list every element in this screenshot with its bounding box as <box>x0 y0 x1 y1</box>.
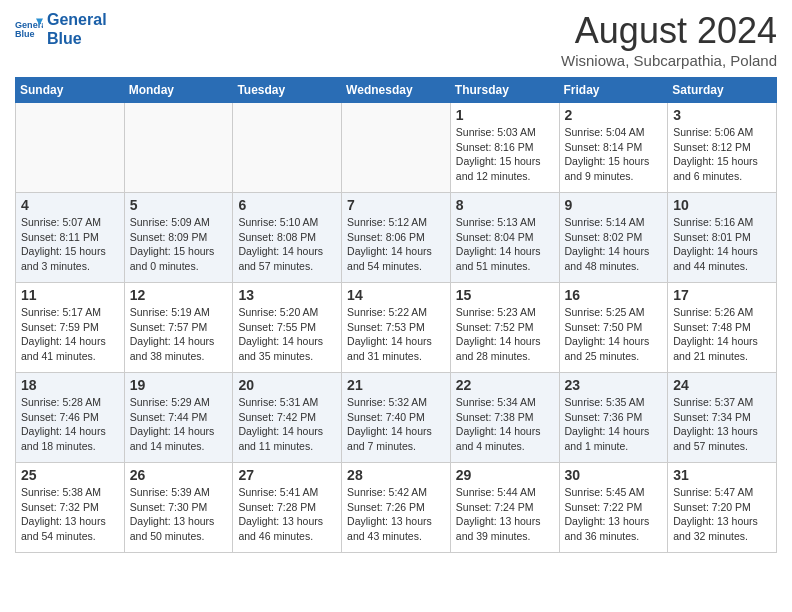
day-number: 7 <box>347 197 445 213</box>
calendar-cell: 3Sunrise: 5:06 AM Sunset: 8:12 PM Daylig… <box>668 103 777 193</box>
day-info: Sunrise: 5:07 AM Sunset: 8:11 PM Dayligh… <box>21 216 106 272</box>
calendar-cell: 25Sunrise: 5:38 AM Sunset: 7:32 PM Dayli… <box>16 463 125 553</box>
day-number: 28 <box>347 467 445 483</box>
day-number: 19 <box>130 377 228 393</box>
day-info: Sunrise: 5:17 AM Sunset: 7:59 PM Dayligh… <box>21 306 106 362</box>
day-info: Sunrise: 5:10 AM Sunset: 8:08 PM Dayligh… <box>238 216 323 272</box>
day-info: Sunrise: 5:12 AM Sunset: 8:06 PM Dayligh… <box>347 216 432 272</box>
day-number: 13 <box>238 287 336 303</box>
day-info: Sunrise: 5:03 AM Sunset: 8:16 PM Dayligh… <box>456 126 541 182</box>
calendar-cell: 23Sunrise: 5:35 AM Sunset: 7:36 PM Dayli… <box>559 373 668 463</box>
day-number: 4 <box>21 197 119 213</box>
day-number: 15 <box>456 287 554 303</box>
day-number: 26 <box>130 467 228 483</box>
day-number: 21 <box>347 377 445 393</box>
calendar-cell: 17Sunrise: 5:26 AM Sunset: 7:48 PM Dayli… <box>668 283 777 373</box>
location-text: Wisniowa, Subcarpathia, Poland <box>561 52 777 69</box>
calendar-cell: 30Sunrise: 5:45 AM Sunset: 7:22 PM Dayli… <box>559 463 668 553</box>
day-number: 30 <box>565 467 663 483</box>
logo-icon: General Blue <box>15 15 43 43</box>
day-number: 20 <box>238 377 336 393</box>
calendar-cell <box>233 103 342 193</box>
weekday-header: Thursday <box>450 78 559 103</box>
calendar-cell: 11Sunrise: 5:17 AM Sunset: 7:59 PM Dayli… <box>16 283 125 373</box>
header: General Blue General Blue August 2024 Wi… <box>15 10 777 69</box>
day-info: Sunrise: 5:22 AM Sunset: 7:53 PM Dayligh… <box>347 306 432 362</box>
day-number: 1 <box>456 107 554 123</box>
day-number: 24 <box>673 377 771 393</box>
logo: General Blue General Blue <box>15 10 107 48</box>
weekday-header: Wednesday <box>342 78 451 103</box>
day-info: Sunrise: 5:42 AM Sunset: 7:26 PM Dayligh… <box>347 486 432 542</box>
day-info: Sunrise: 5:23 AM Sunset: 7:52 PM Dayligh… <box>456 306 541 362</box>
calendar-week-row: 18Sunrise: 5:28 AM Sunset: 7:46 PM Dayli… <box>16 373 777 463</box>
calendar-week-row: 4Sunrise: 5:07 AM Sunset: 8:11 PM Daylig… <box>16 193 777 283</box>
weekday-header: Saturday <box>668 78 777 103</box>
day-info: Sunrise: 5:47 AM Sunset: 7:20 PM Dayligh… <box>673 486 758 542</box>
day-info: Sunrise: 5:39 AM Sunset: 7:30 PM Dayligh… <box>130 486 215 542</box>
calendar-cell: 28Sunrise: 5:42 AM Sunset: 7:26 PM Dayli… <box>342 463 451 553</box>
calendar-cell: 31Sunrise: 5:47 AM Sunset: 7:20 PM Dayli… <box>668 463 777 553</box>
day-number: 16 <box>565 287 663 303</box>
calendar-cell: 4Sunrise: 5:07 AM Sunset: 8:11 PM Daylig… <box>16 193 125 283</box>
calendar-cell <box>16 103 125 193</box>
svg-text:Blue: Blue <box>15 30 35 40</box>
title-block: August 2024 Wisniowa, Subcarpathia, Pola… <box>561 10 777 69</box>
day-number: 27 <box>238 467 336 483</box>
weekday-header: Friday <box>559 78 668 103</box>
day-info: Sunrise: 5:09 AM Sunset: 8:09 PM Dayligh… <box>130 216 215 272</box>
day-info: Sunrise: 5:29 AM Sunset: 7:44 PM Dayligh… <box>130 396 215 452</box>
day-info: Sunrise: 5:25 AM Sunset: 7:50 PM Dayligh… <box>565 306 650 362</box>
day-number: 5 <box>130 197 228 213</box>
day-number: 29 <box>456 467 554 483</box>
day-info: Sunrise: 5:32 AM Sunset: 7:40 PM Dayligh… <box>347 396 432 452</box>
day-info: Sunrise: 5:35 AM Sunset: 7:36 PM Dayligh… <box>565 396 650 452</box>
calendar-cell: 27Sunrise: 5:41 AM Sunset: 7:28 PM Dayli… <box>233 463 342 553</box>
day-info: Sunrise: 5:45 AM Sunset: 7:22 PM Dayligh… <box>565 486 650 542</box>
weekday-header: Tuesday <box>233 78 342 103</box>
day-info: Sunrise: 5:14 AM Sunset: 8:02 PM Dayligh… <box>565 216 650 272</box>
day-number: 25 <box>21 467 119 483</box>
page-container: General Blue General Blue August 2024 Wi… <box>0 0 792 563</box>
calendar-cell: 19Sunrise: 5:29 AM Sunset: 7:44 PM Dayli… <box>124 373 233 463</box>
calendar-week-row: 1Sunrise: 5:03 AM Sunset: 8:16 PM Daylig… <box>16 103 777 193</box>
day-number: 18 <box>21 377 119 393</box>
calendar-cell <box>124 103 233 193</box>
day-info: Sunrise: 5:31 AM Sunset: 7:42 PM Dayligh… <box>238 396 323 452</box>
logo-blue: Blue <box>47 29 107 48</box>
weekday-header-row: SundayMondayTuesdayWednesdayThursdayFrid… <box>16 78 777 103</box>
day-info: Sunrise: 5:04 AM Sunset: 8:14 PM Dayligh… <box>565 126 650 182</box>
calendar-cell: 14Sunrise: 5:22 AM Sunset: 7:53 PM Dayli… <box>342 283 451 373</box>
calendar-week-row: 25Sunrise: 5:38 AM Sunset: 7:32 PM Dayli… <box>16 463 777 553</box>
day-number: 3 <box>673 107 771 123</box>
day-info: Sunrise: 5:34 AM Sunset: 7:38 PM Dayligh… <box>456 396 541 452</box>
calendar-cell: 1Sunrise: 5:03 AM Sunset: 8:16 PM Daylig… <box>450 103 559 193</box>
calendar-cell: 18Sunrise: 5:28 AM Sunset: 7:46 PM Dayli… <box>16 373 125 463</box>
calendar-cell: 29Sunrise: 5:44 AM Sunset: 7:24 PM Dayli… <box>450 463 559 553</box>
day-number: 14 <box>347 287 445 303</box>
calendar-cell: 21Sunrise: 5:32 AM Sunset: 7:40 PM Dayli… <box>342 373 451 463</box>
calendar-cell: 6Sunrise: 5:10 AM Sunset: 8:08 PM Daylig… <box>233 193 342 283</box>
day-number: 8 <box>456 197 554 213</box>
calendar-cell: 15Sunrise: 5:23 AM Sunset: 7:52 PM Dayli… <box>450 283 559 373</box>
logo-general: General <box>47 10 107 29</box>
day-number: 23 <box>565 377 663 393</box>
weekday-header: Monday <box>124 78 233 103</box>
day-info: Sunrise: 5:19 AM Sunset: 7:57 PM Dayligh… <box>130 306 215 362</box>
calendar-cell: 7Sunrise: 5:12 AM Sunset: 8:06 PM Daylig… <box>342 193 451 283</box>
calendar-cell: 13Sunrise: 5:20 AM Sunset: 7:55 PM Dayli… <box>233 283 342 373</box>
day-number: 9 <box>565 197 663 213</box>
calendar-cell: 24Sunrise: 5:37 AM Sunset: 7:34 PM Dayli… <box>668 373 777 463</box>
day-number: 22 <box>456 377 554 393</box>
day-number: 12 <box>130 287 228 303</box>
calendar-cell: 2Sunrise: 5:04 AM Sunset: 8:14 PM Daylig… <box>559 103 668 193</box>
calendar-cell: 16Sunrise: 5:25 AM Sunset: 7:50 PM Dayli… <box>559 283 668 373</box>
day-info: Sunrise: 5:06 AM Sunset: 8:12 PM Dayligh… <box>673 126 758 182</box>
day-number: 11 <box>21 287 119 303</box>
day-info: Sunrise: 5:37 AM Sunset: 7:34 PM Dayligh… <box>673 396 758 452</box>
day-info: Sunrise: 5:16 AM Sunset: 8:01 PM Dayligh… <box>673 216 758 272</box>
calendar-cell: 9Sunrise: 5:14 AM Sunset: 8:02 PM Daylig… <box>559 193 668 283</box>
month-title: August 2024 <box>561 10 777 52</box>
day-number: 10 <box>673 197 771 213</box>
calendar-cell: 5Sunrise: 5:09 AM Sunset: 8:09 PM Daylig… <box>124 193 233 283</box>
